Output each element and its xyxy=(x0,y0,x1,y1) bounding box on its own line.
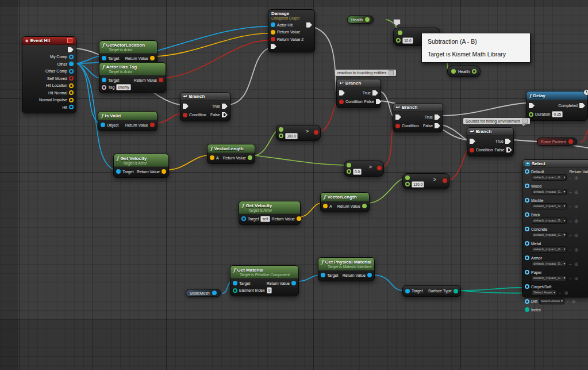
asset-dropdown[interactable]: default_impact_G..▾ xyxy=(532,174,567,181)
false-pin[interactable] xyxy=(506,147,512,152)
return-value-pin[interactable] xyxy=(291,281,296,285)
duration-pin[interactable] xyxy=(529,112,533,117)
result-pin[interactable] xyxy=(443,178,447,183)
target-value-field[interactable]: self xyxy=(260,216,270,222)
exec-in-pin[interactable] xyxy=(470,139,475,144)
actor-hit-pin[interactable] xyxy=(271,22,275,27)
condition-pin[interactable] xyxy=(470,148,474,152)
tag-value-field[interactable]: enemy xyxy=(116,84,131,90)
b-pin[interactable] xyxy=(279,133,283,138)
comment-touching-entities[interactable]: reaction to touching entities xyxy=(335,70,396,76)
true-pin[interactable] xyxy=(435,115,440,120)
node-health-get[interactable]: Health xyxy=(347,16,374,24)
return-value-pin[interactable] xyxy=(150,123,155,127)
reset-arrow-icon[interactable]: ← xyxy=(568,219,572,223)
reset-arrow-icon[interactable]: ← xyxy=(568,233,572,237)
health-in-pin[interactable] xyxy=(451,69,456,74)
false-pin[interactable] xyxy=(222,112,228,117)
node-health-set[interactable]: Health xyxy=(447,66,481,77)
hitnormal-pin[interactable] xyxy=(69,90,74,95)
exec-out-pin[interactable] xyxy=(306,22,312,28)
force-pushed-out-pin[interactable] xyxy=(568,139,573,144)
reset-arrow-icon[interactable]: ← xyxy=(559,291,563,295)
target-pin[interactable] xyxy=(233,281,237,285)
browse-icon[interactable]: ◎ xyxy=(574,219,578,223)
marble-pin[interactable] xyxy=(525,198,529,203)
asset-dropdown[interactable]: default_impact_G..▾ xyxy=(532,275,567,281)
reset-arrow-icon[interactable]: ← xyxy=(568,247,572,251)
return-value-pin[interactable] xyxy=(159,78,163,82)
result-pin[interactable] xyxy=(314,130,318,135)
armor-pin[interactable] xyxy=(525,255,529,260)
wood-pin[interactable] xyxy=(525,184,529,188)
asset-dropdown[interactable]: Select Asset▾ xyxy=(539,298,564,304)
condition-pin[interactable] xyxy=(395,124,400,128)
comment-fold-icon[interactable] xyxy=(522,119,528,124)
true-pin[interactable] xyxy=(222,104,228,109)
node-surface-type[interactable]: Target Surface Type xyxy=(402,285,461,297)
exec-in-pin[interactable] xyxy=(271,44,276,49)
exec-in-pin[interactable] xyxy=(395,115,401,120)
asset-dropdown[interactable]: default_impact_G..▾ xyxy=(532,189,567,195)
node-get-velocity-1[interactable]: ƒGet Velocity Target is Actor Target Ret… xyxy=(113,154,169,178)
node-greater-than-300[interactable]: 300.0 > xyxy=(276,125,321,141)
node-is-valid[interactable]: ƒIs Valid Object Return Value xyxy=(98,111,157,131)
completed-pin[interactable] xyxy=(579,103,585,108)
target-pin[interactable] xyxy=(405,289,410,293)
node-greater-than-0[interactable]: 0.0 > xyxy=(344,161,384,177)
node-branch-4[interactable]: ↩Branch True Condition False xyxy=(467,127,514,157)
tag-pin[interactable] xyxy=(102,85,106,90)
return-value-pin[interactable] xyxy=(362,204,367,208)
a-pin[interactable] xyxy=(405,176,410,180)
mycomp-pin[interactable] xyxy=(69,55,74,59)
exec-in-pin[interactable] xyxy=(339,90,345,96)
true-pin[interactable] xyxy=(505,139,511,144)
hit-pin[interactable] xyxy=(69,105,74,109)
paper-pin[interactable] xyxy=(525,270,529,274)
reset-arrow-icon[interactable]: ← xyxy=(566,299,570,303)
exec-out-pin[interactable] xyxy=(68,47,74,52)
false-pin[interactable] xyxy=(376,99,382,104)
return-value-pin[interactable] xyxy=(297,216,301,221)
exec-in-pin[interactable] xyxy=(529,103,535,108)
b-value-field[interactable]: 300.0 xyxy=(285,133,298,139)
target-pin[interactable] xyxy=(102,56,106,60)
true-pin[interactable] xyxy=(372,90,378,96)
node-branch-1[interactable]: ↩Branch True Condition False xyxy=(180,92,230,121)
metal-pin[interactable] xyxy=(525,241,529,246)
false-pin[interactable] xyxy=(435,123,440,128)
b-pin[interactable] xyxy=(347,169,351,174)
browse-icon[interactable]: ◎ xyxy=(574,276,578,280)
return-value-pin[interactable] xyxy=(367,273,372,277)
return-value-2-pin[interactable] xyxy=(271,37,275,41)
element-index-pin[interactable] xyxy=(233,288,237,293)
return-value-pin[interactable] xyxy=(162,169,166,174)
node-vector-length-1[interactable]: ƒVectorLength A Return Value xyxy=(207,144,255,164)
browse-icon[interactable]: ◎ xyxy=(574,204,578,208)
result-pin[interactable] xyxy=(377,166,382,170)
comment-sounds-environment[interactable]: Sounds for hitting environment xyxy=(463,118,530,124)
browse-icon[interactable]: ◎ xyxy=(574,233,578,237)
health-out-pin[interactable] xyxy=(365,17,370,22)
a-pin[interactable] xyxy=(347,163,351,167)
node-header[interactable]: ◆ Event Hit xyxy=(22,37,76,45)
element-index-field[interactable]: 0 xyxy=(267,287,272,293)
comment-fold-icon[interactable] xyxy=(389,70,394,75)
dirt-pin[interactable] xyxy=(525,299,529,304)
b-value-field[interactable]: 120.0 xyxy=(412,181,424,188)
browse-icon[interactable]: ◎ xyxy=(574,176,578,180)
asset-dropdown[interactable]: default_impact_G..▾ xyxy=(532,261,567,267)
reset-arrow-icon[interactable]: ← xyxy=(568,276,572,280)
hitlocation-pin[interactable] xyxy=(69,83,74,88)
brick-pin[interactable] xyxy=(525,212,529,217)
node-get-velocity-2[interactable]: ƒGet Velocity Target is Actor Target sel… xyxy=(239,201,301,225)
default-pin[interactable] xyxy=(525,169,529,174)
reset-arrow-icon[interactable]: ← xyxy=(568,262,572,266)
asset-dropdown[interactable]: default_impact_G..▾ xyxy=(532,246,567,253)
index-pin[interactable] xyxy=(525,307,529,312)
node-force-pushed[interactable]: Force Pushed xyxy=(537,138,577,146)
reset-arrow-icon[interactable]: ← xyxy=(568,190,572,194)
asset-dropdown[interactable]: default_impact_G..▾ xyxy=(532,203,567,209)
node-damage-collapsed-graph[interactable]: Damage Collapsed Graph Actor Hit Return … xyxy=(268,9,315,52)
node-event-hit[interactable]: ◆ Event Hit My Comp Other Other Comp Sel… xyxy=(22,36,76,113)
